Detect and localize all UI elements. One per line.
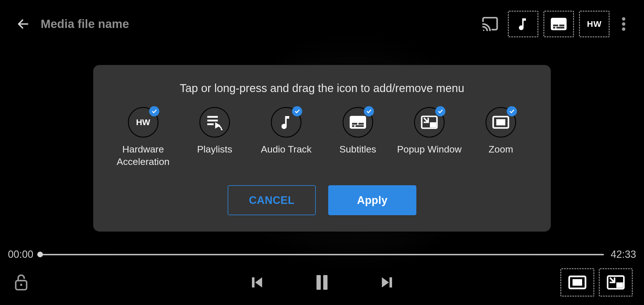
option-label: Subtitles xyxy=(339,143,376,156)
skip-previous-icon xyxy=(249,275,265,290)
subtitles-icon xyxy=(551,18,567,30)
check-icon xyxy=(294,108,300,114)
zoom-icon xyxy=(492,116,509,129)
checkmark-badge xyxy=(435,106,445,116)
svg-rect-3 xyxy=(553,25,558,26)
svg-rect-31 xyxy=(616,282,623,288)
option-audio-track[interactable]: Audio Track xyxy=(252,107,320,168)
time-duration: 42:33 xyxy=(611,249,636,260)
svg-point-9 xyxy=(622,27,625,31)
svg-rect-17 xyxy=(355,125,364,127)
playlist-icon xyxy=(206,114,223,130)
hw-text-icon: HW xyxy=(136,117,150,127)
top-slot-audio-track[interactable] xyxy=(508,11,538,37)
option-circle: HW xyxy=(128,107,158,138)
option-playlists[interactable]: Playlists xyxy=(181,107,249,168)
pause-icon xyxy=(315,274,329,291)
svg-rect-12 xyxy=(207,123,214,125)
top-bar: Media file name HW xyxy=(0,0,644,37)
seek-handle[interactable] xyxy=(37,252,43,257)
skip-next-icon xyxy=(379,275,395,290)
popup-window-icon xyxy=(607,275,625,290)
svg-rect-21 xyxy=(496,119,505,125)
back-button[interactable] xyxy=(14,15,32,33)
lock-button[interactable] xyxy=(11,273,31,292)
top-actions: HW xyxy=(477,11,633,37)
bottom-right-actions xyxy=(560,268,633,297)
bottom-slot-zoom[interactable] xyxy=(560,268,594,297)
option-label: Zoom xyxy=(489,143,513,156)
svg-rect-6 xyxy=(556,27,564,29)
svg-point-8 xyxy=(622,22,625,26)
check-icon xyxy=(438,108,443,114)
svg-rect-11 xyxy=(207,120,218,121)
option-label: Popup Window xyxy=(397,143,462,156)
svg-rect-26 xyxy=(323,275,327,290)
svg-point-1 xyxy=(483,30,484,31)
page-title: Media file name xyxy=(41,17,129,31)
time-current: 00:00 xyxy=(8,249,33,260)
option-hardware-acceleration[interactable]: HW Hardware Acceleration xyxy=(109,107,177,168)
center-controls xyxy=(246,271,398,294)
top-slot-subtitles[interactable] xyxy=(543,11,574,37)
subtitles-icon xyxy=(350,116,366,129)
option-popup-window[interactable]: Popup Window xyxy=(395,107,463,168)
option-circle xyxy=(343,107,373,138)
cast-button[interactable] xyxy=(477,11,503,37)
dialog-actions: CANCEL Apply xyxy=(105,185,539,215)
option-circle xyxy=(414,107,445,138)
cast-icon xyxy=(482,17,499,31)
check-icon xyxy=(151,108,157,114)
bottom-slot-popup[interactable] xyxy=(599,268,633,297)
checkmark-badge xyxy=(149,106,159,116)
option-zoom[interactable]: Zoom xyxy=(467,107,535,168)
option-circle xyxy=(486,107,516,138)
svg-point-23 xyxy=(20,284,22,286)
option-subtitles[interactable]: Subtitles xyxy=(324,107,392,168)
checkmark-badge xyxy=(364,106,374,116)
svg-rect-27 xyxy=(390,277,392,287)
checkmark-badge xyxy=(292,106,302,116)
svg-rect-4 xyxy=(559,25,564,26)
svg-rect-15 xyxy=(358,123,364,125)
option-label: Playlists xyxy=(197,143,232,156)
svg-rect-25 xyxy=(317,275,321,290)
customize-menu-dialog: Tap or long-press and drag the icon to a… xyxy=(93,65,551,232)
svg-rect-24 xyxy=(252,277,254,287)
seek-bar[interactable] xyxy=(40,254,604,255)
hw-icon: HW xyxy=(587,19,602,29)
option-label: Hardware Acceleration xyxy=(109,143,177,168)
dialog-instruction: Tap or long-press and drag the icon to a… xyxy=(105,82,539,95)
more-vert-icon xyxy=(622,17,625,31)
option-circle xyxy=(199,107,230,138)
svg-rect-10 xyxy=(207,116,218,118)
svg-point-7 xyxy=(622,17,625,21)
zoom-icon xyxy=(568,275,586,289)
option-label: Audio Track xyxy=(261,143,312,156)
options-row: HW Hardware Acceleration Playlists xyxy=(105,107,539,168)
svg-rect-29 xyxy=(573,279,582,286)
back-arrow-icon xyxy=(16,17,30,31)
playback-controls xyxy=(11,268,633,297)
check-icon xyxy=(509,108,515,114)
option-circle xyxy=(271,107,301,138)
svg-rect-5 xyxy=(553,27,555,29)
cancel-button[interactable]: CANCEL xyxy=(228,185,316,215)
svg-rect-19 xyxy=(430,122,436,127)
overflow-button[interactable] xyxy=(615,11,633,37)
music-note-icon xyxy=(280,115,292,130)
lock-open-icon xyxy=(14,274,29,291)
svg-rect-16 xyxy=(352,125,354,127)
play-pause-button[interactable] xyxy=(311,271,333,294)
checkmark-badge xyxy=(507,106,517,116)
previous-button[interactable] xyxy=(246,271,268,294)
next-button[interactable] xyxy=(376,271,398,294)
check-icon xyxy=(366,108,372,114)
music-note-icon xyxy=(517,17,529,31)
popup-window-icon xyxy=(421,116,438,129)
svg-rect-14 xyxy=(352,123,357,125)
top-slot-hw[interactable]: HW xyxy=(579,11,610,37)
apply-button[interactable]: Apply xyxy=(328,185,416,215)
seek-bar-row: 00:00 42:33 xyxy=(8,249,636,260)
